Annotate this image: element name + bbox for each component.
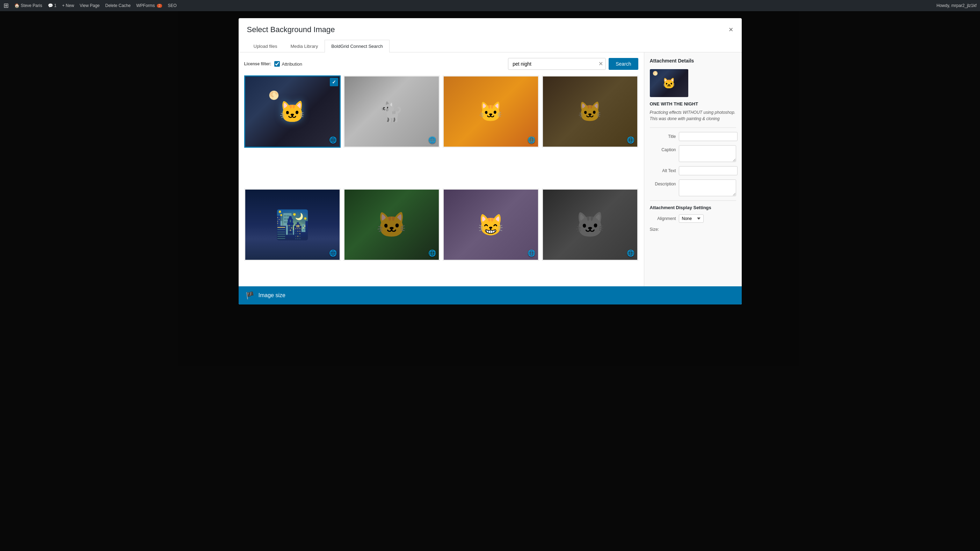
admin-bar-howdy: Howdy, mrpar2_jlz1kf (937, 3, 977, 8)
admin-bar-comments[interactable]: 💬 1 (48, 3, 57, 8)
admin-bar-delete-cache[interactable]: Delete Cache (105, 3, 130, 8)
admin-bar-view-page[interactable]: View Page (80, 3, 100, 8)
admin-bar: ⊞ 🏠 Steve Paris 💬 1 + New View Page Dele… (0, 0, 980, 11)
admin-bar-site[interactable]: 🏠 Steve Paris (14, 3, 42, 8)
admin-bar-new[interactable]: + New (62, 3, 74, 8)
admin-bar-seo[interactable]: SEO (168, 3, 177, 8)
admin-bar-wpforms[interactable]: WPForms 2 (136, 3, 162, 8)
wp-logo-icon[interactable]: ⊞ (3, 2, 9, 10)
wpforms-badge: 2 (157, 4, 162, 8)
